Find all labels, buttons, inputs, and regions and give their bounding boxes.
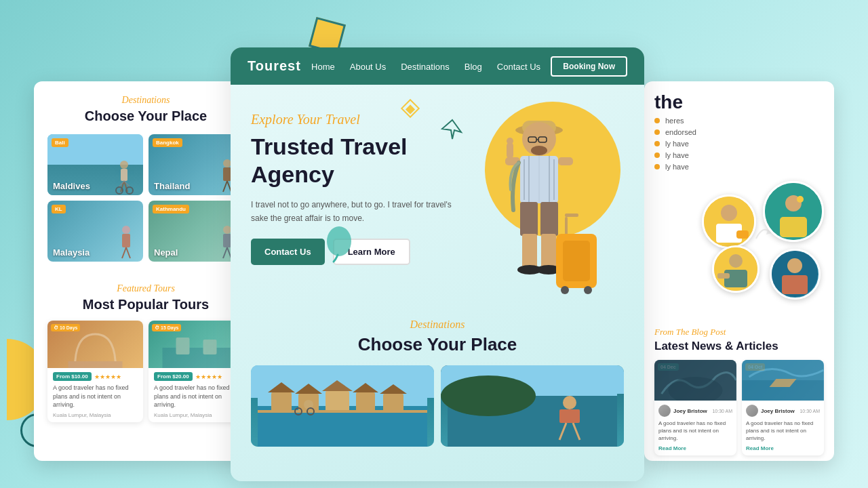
- nav-about[interactable]: About Us: [350, 62, 386, 72]
- blog1-avatar: [658, 405, 671, 417]
- svg-rect-44: [540, 202, 558, 236]
- nav-home[interactable]: Home: [311, 62, 335, 72]
- svg-rect-57: [271, 392, 292, 413]
- contact-us-button[interactable]: Contact Us: [251, 239, 325, 265]
- maldives-person-icon: [109, 158, 140, 195]
- tour1-location: Kuala Lumpur, Malaysia: [53, 412, 138, 418]
- nav-blog[interactable]: Blog: [465, 62, 482, 72]
- svg-rect-13: [122, 234, 130, 247]
- tour-card-1[interactable]: ⏱10 Days From $10.00 ★★★★★ A good travel…: [47, 321, 143, 422]
- destinations-grid: Bali Maldives Bangkok Thailand: [47, 134, 244, 262]
- maldives-name: Maldives: [53, 181, 90, 191]
- tour1-price: From $10.00: [53, 372, 92, 381]
- svg-rect-65: [383, 394, 403, 413]
- hero-title: Trusted Travel Agency: [251, 133, 454, 188]
- text-item-1: heres: [654, 117, 824, 125]
- svg-point-90: [729, 254, 743, 268]
- svg-line-18: [223, 247, 227, 258]
- blog1-desc: A good traveler has no fixed plans and i…: [658, 420, 732, 443]
- traveler-figure: [461, 95, 617, 298]
- svg-rect-52: [563, 241, 590, 281]
- dest-photo-second[interactable]: [441, 365, 624, 447]
- hero-section: Explore Your Travel Trusted Travel Agenc…: [231, 85, 644, 308]
- nepal-name: Nepal: [154, 247, 178, 258]
- dest-card-malaysia[interactable]: KL Malaysia: [47, 201, 143, 262]
- tour1-stars: ★★★★★: [94, 373, 121, 380]
- svg-point-73: [441, 375, 536, 416]
- svg-point-53: [561, 286, 569, 294]
- svg-rect-92: [717, 273, 730, 279]
- center-destinations-section: Destinations Choose Your Place: [231, 308, 644, 457]
- blog1-time: 10:30 AM: [712, 409, 732, 413]
- hero-description: I travel not to go anywhere, but to go. …: [251, 198, 454, 226]
- left-destinations-panel: Destinations Choose Your Place Bali Mald…: [34, 81, 258, 461]
- svg-line-14: [122, 247, 126, 258]
- swirl-decoration: [319, 224, 353, 268]
- blog-card-2[interactable]: 04 Oct Joey Bristow 10:30 AM: [742, 360, 824, 455]
- svg-rect-43: [520, 202, 538, 236]
- hero-content: Explore Your Travel Trusted Travel Agenc…: [251, 112, 454, 265]
- tour2-desc: A good traveler has no fixed plans and i…: [154, 384, 239, 409]
- dest-photo-maldives[interactable]: [251, 365, 434, 447]
- tour2-price: From $20.00: [154, 372, 193, 381]
- bungalow-scene-svg: [251, 365, 434, 447]
- svg-rect-20: [68, 361, 123, 368]
- svg-point-32: [531, 146, 547, 155]
- center-dest-subtitle: Destinations: [251, 319, 624, 331]
- blog-cards-grid: 04 Dec Joey Bristow 10:30 AM A good trav…: [654, 360, 824, 455]
- text-item-3: ly have: [654, 140, 824, 148]
- nav-destinations[interactable]: Destinations: [401, 62, 450, 72]
- blog1-image-icon: [654, 360, 736, 401]
- svg-rect-23: [203, 340, 217, 354]
- text-item-4: ly have: [654, 151, 824, 159]
- partial-heading: the: [654, 92, 824, 113]
- hero-buttons: Contact Us Learn More: [251, 239, 454, 265]
- blog1-author: Joey Bristow: [673, 408, 709, 414]
- people-circles-section: the heres endorsed ly have ly have: [654, 92, 824, 303]
- svg-rect-63: [356, 392, 375, 413]
- svg-rect-45: [522, 234, 537, 268]
- blog-subtitle: From The Blog Post: [654, 327, 824, 338]
- svg-point-81: [797, 196, 804, 203]
- water-dest-svg: [441, 365, 624, 447]
- svg-marker-24: [442, 120, 461, 139]
- nav-contact[interactable]: Contact Us: [497, 62, 540, 72]
- svg-point-83: [721, 205, 737, 221]
- person-circle-4: [712, 245, 760, 293]
- dest-card-maldives[interactable]: Bali Maldives: [47, 134, 143, 195]
- svg-point-0: [120, 161, 128, 169]
- svg-rect-21: [163, 348, 231, 368]
- tour2-stars: ★★★★★: [195, 373, 222, 380]
- blog1-read-more[interactable]: Read More: [658, 445, 732, 451]
- tour1-arch-icon: [47, 321, 143, 368]
- svg-point-25: [327, 226, 351, 256]
- blog2-author: Joey Bristow: [761, 408, 797, 414]
- svg-rect-50: [565, 214, 578, 217]
- blog2-read-more[interactable]: Read More: [746, 445, 820, 451]
- malaysia-name: Malaysia: [53, 247, 90, 258]
- text-item-5: ly have: [654, 163, 824, 171]
- thailand-tag: Bangkok: [153, 138, 182, 147]
- booking-button[interactable]: Booking Now: [551, 56, 627, 77]
- svg-point-54: [584, 286, 592, 294]
- dest-card-thailand[interactable]: Bangkok Thailand: [149, 134, 244, 195]
- person4-svg: [714, 247, 757, 291]
- person1-svg: [765, 183, 822, 240]
- svg-line-10: [223, 181, 227, 192]
- svg-point-42: [507, 138, 513, 144]
- blog-card-1[interactable]: 04 Dec Joey Bristow 10:30 AM A good trav…: [654, 360, 736, 455]
- svg-rect-22: [176, 338, 190, 354]
- tour2-location: Kuala Lumpur, Malaysia: [154, 412, 239, 418]
- person3-svg: [772, 251, 818, 298]
- dest-card-nepal[interactable]: Kathmandu Nepal: [149, 201, 244, 262]
- center-dest-title: Choose Your Place: [251, 334, 624, 355]
- right-panel: the heres endorsed ly have ly have: [644, 81, 834, 461]
- blog2-time: 10:30 AM: [800, 409, 820, 413]
- left-dest-subtitle: Destinations: [47, 95, 244, 106]
- tour-card-2[interactable]: ⏱15 Days From $20.00 ★★★★★ A good travel…: [149, 321, 244, 422]
- svg-line-15: [126, 247, 130, 258]
- nav-links: Home About Us Destinations Blog Contact …: [311, 60, 540, 73]
- text-items: heres endorsed ly have ly have ly have: [654, 117, 824, 171]
- hero-traveler-image: [461, 92, 624, 302]
- svg-rect-41: [507, 142, 513, 159]
